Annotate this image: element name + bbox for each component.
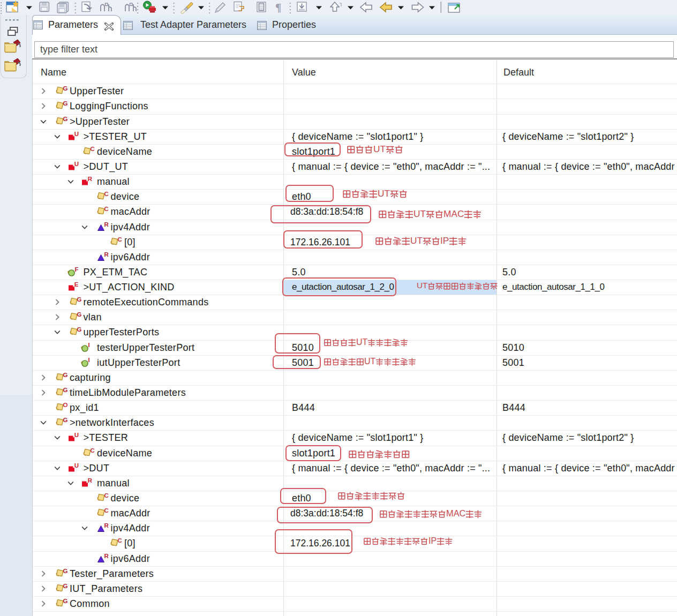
svg-text:C: C — [118, 537, 122, 544]
svg-text:G: G — [63, 387, 68, 393]
svg-text:O: O — [63, 402, 68, 408]
svg-text:G: G — [63, 598, 68, 604]
svg-text:C: C — [91, 146, 95, 152]
svg-text:C: C — [91, 447, 95, 454]
svg-text:R: R — [88, 176, 93, 182]
svg-text:C: C — [104, 492, 108, 499]
svg-text:R: R — [104, 221, 109, 228]
svg-text:G: G — [63, 372, 68, 378]
svg-text:R: R — [104, 522, 109, 529]
svg-text:G: G — [63, 85, 68, 92]
svg-text:G: G — [63, 568, 68, 574]
svg-text:G: G — [77, 296, 81, 303]
svg-text:F: F — [74, 266, 78, 273]
svg-text:U: U — [74, 462, 78, 469]
svg-text:G: G — [63, 583, 68, 589]
svg-text:C: C — [104, 206, 108, 212]
svg-text:I: I — [88, 342, 90, 348]
svg-text:¶: ¶ — [275, 1, 281, 14]
svg-text:G: G — [77, 326, 81, 333]
svg-text:R: R — [104, 251, 109, 258]
svg-text:G: G — [77, 311, 81, 318]
svg-text:U: U — [74, 131, 78, 137]
svg-text:U: U — [74, 161, 78, 167]
svg-text:G: G — [63, 100, 68, 107]
svg-text:C: C — [118, 236, 122, 243]
svg-text:E: E — [74, 281, 78, 288]
svg-text:C: C — [104, 191, 108, 197]
svg-text:I: I — [88, 357, 90, 363]
svg-text:U: U — [74, 432, 78, 438]
svg-text:R: R — [88, 477, 93, 484]
svg-text:G: G — [63, 417, 68, 423]
svg-text:G: G — [63, 116, 68, 122]
svg-text:C: C — [104, 507, 108, 514]
svg-text:R: R — [104, 553, 109, 559]
